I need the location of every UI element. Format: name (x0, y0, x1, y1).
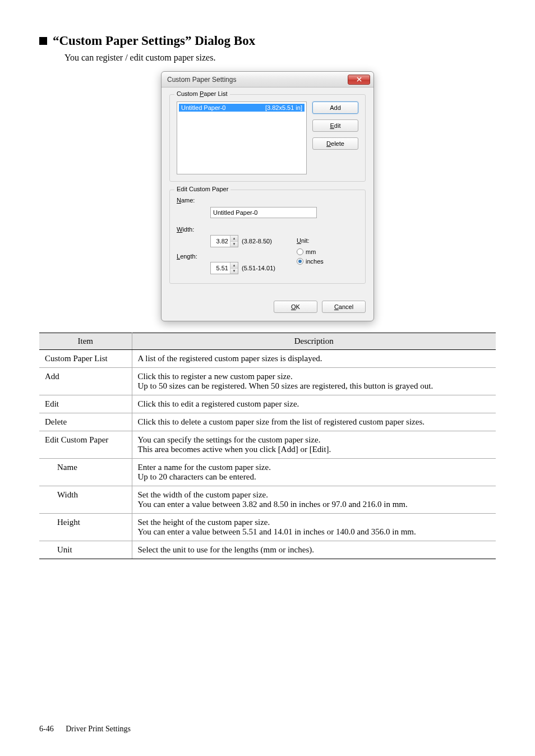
cancel-button[interactable]: Cancel (322, 301, 366, 313)
table-row-item: Delete (39, 413, 132, 431)
group-title-edit: Edit Custom Paper (174, 186, 230, 192)
length-range: (5.51-14.01) (242, 265, 275, 271)
name-input[interactable] (210, 207, 317, 218)
dialog-custom-paper-settings: Custom Paper Settings Custom Paper List … (161, 71, 374, 321)
table-row-desc: Click this to delete a custom paper size… (132, 413, 496, 431)
intro-text: You can register / edit custom paper siz… (64, 53, 496, 63)
length-spinner-arrows[interactable]: ▲▼ (230, 262, 238, 274)
dialog-title: Custom Paper Settings (167, 76, 236, 84)
cancel-u: C (334, 303, 339, 310)
list-item[interactable]: Untitled Paper-0 [3.82x5.51 in] (179, 104, 305, 112)
table-row-desc: A list of the registered custom paper si… (132, 350, 496, 368)
label-width: Width: (177, 226, 210, 233)
table-row-desc: Enter a name for the custom paper size. … (132, 459, 496, 486)
table-row-item: Edit Custom Paper (39, 431, 132, 459)
table-row-desc: Select the unit to use for the lengths (… (132, 541, 496, 559)
bullet-icon (39, 37, 47, 45)
radio-inches[interactable]: inches (297, 258, 358, 265)
ok-button[interactable]: OK (274, 301, 317, 313)
group-title-pre: Custom (177, 90, 200, 97)
group-edit-custom-paper: Edit Custom Paper Name: Width: (169, 190, 366, 284)
ok-u: O (291, 303, 296, 310)
add-button[interactable]: Add (312, 102, 358, 114)
table-row-desc: You can specify the settings for the cus… (132, 431, 496, 459)
radio-mm-circle[interactable] (297, 248, 303, 255)
radio-inches-label: inches (306, 258, 324, 265)
th-desc: Description (132, 333, 496, 350)
th-item: Item (39, 333, 132, 350)
add-button-label: Add (330, 104, 341, 111)
name-u: N (177, 197, 181, 204)
unit-post: nit: (301, 237, 310, 244)
footer-section: Driver Print Settings (66, 725, 131, 733)
page-number: 6-46 (39, 725, 54, 733)
dialog-title-bar: Custom Paper Settings (162, 72, 373, 87)
width-spinner-arrows[interactable]: ▲▼ (230, 236, 238, 247)
delete-button[interactable]: Delete (312, 137, 358, 150)
length-post: ength: (180, 253, 197, 260)
delete-u: D (326, 140, 331, 147)
cancel-post: ancel (339, 303, 353, 310)
edit-button[interactable]: Edit (312, 119, 358, 132)
width-input[interactable] (211, 236, 230, 247)
close-button[interactable] (348, 75, 370, 85)
chevron-down-icon[interactable]: ▼ (230, 269, 238, 274)
table-row-item: Custom Paper List (39, 350, 132, 368)
table-row-item: Add (39, 368, 132, 395)
length-input[interactable] (211, 262, 230, 274)
heading: “Custom Paper Settings” Dialog Box (53, 34, 255, 48)
delete-post: elete (331, 140, 344, 147)
description-table: Item Description Custom Paper ListA list… (39, 333, 496, 559)
table-row-item: Height (39, 514, 132, 541)
name-post: ame: (181, 197, 195, 204)
chevron-down-icon[interactable]: ▼ (230, 242, 238, 247)
group-custom-paper-list: Custom Paper List Untitled Paper-0 [3.82… (169, 94, 366, 182)
list-item-size: [3.82x5.51 in] (265, 104, 302, 111)
paper-list[interactable]: Untitled Paper-0 [3.82x5.51 in] (177, 102, 307, 174)
radio-mm[interactable]: mm (297, 248, 358, 255)
label-name: Name: (177, 197, 210, 204)
ok-post: K (296, 303, 300, 310)
table-row-desc: Set the height of the custom paper size.… (132, 514, 496, 541)
width-range: (3.82-8.50) (242, 238, 272, 245)
chevron-up-icon[interactable]: ▲ (230, 236, 238, 242)
radio-mm-label: mm (306, 248, 316, 255)
table-row-item: Edit (39, 395, 132, 413)
edit-u: E (330, 122, 334, 129)
close-icon (357, 77, 362, 82)
footer: 6-46 Driver Print Settings (39, 725, 131, 734)
list-item-name: Untitled Paper-0 (181, 104, 265, 111)
radio-inches-circle[interactable] (297, 258, 303, 265)
label-unit: Unit: (297, 237, 358, 244)
table-row-item: Unit (39, 541, 132, 559)
width-spinner[interactable]: ▲▼ (210, 235, 238, 247)
width-u: W (177, 226, 182, 233)
table-row-desc: Click this to edit a registered custom p… (132, 395, 496, 413)
table-row-desc: Set the width of the custom paper size. … (132, 486, 496, 514)
table-row-item: Width (39, 486, 132, 514)
group-title-post: aper List (204, 90, 227, 97)
group-title-paper-list: Custom Paper List (174, 90, 230, 97)
edit-post: dit (334, 122, 341, 129)
width-post: idth: (182, 226, 194, 233)
length-spinner[interactable]: ▲▼ (210, 262, 238, 274)
unit-u: U (297, 237, 301, 244)
label-length: Length: (177, 253, 210, 260)
table-row-item: Name (39, 459, 132, 486)
chevron-up-icon[interactable]: ▲ (230, 262, 238, 269)
table-row-desc: Click this to register a new custom pape… (132, 368, 496, 395)
